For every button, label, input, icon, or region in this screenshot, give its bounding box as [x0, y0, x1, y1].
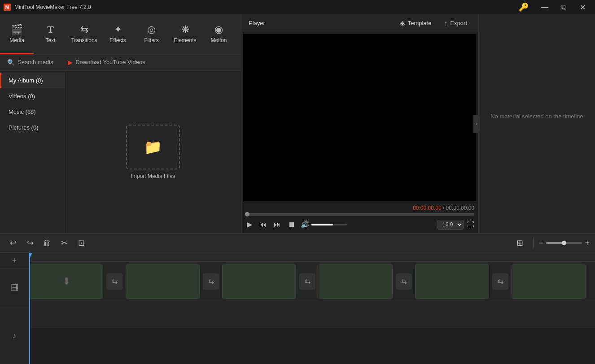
transition-icon-5: ⇆: [492, 273, 508, 290]
transition-icon-3: ⇆: [299, 273, 315, 290]
crop-button[interactable]: ⊡: [74, 235, 89, 251]
timeline-add-button[interactable]: +: [0, 253, 29, 269]
youtube-label: Download YouTube Videos: [75, 59, 145, 65]
zoom-in-button[interactable]: +: [585, 238, 590, 248]
close-button[interactable]: ✕: [573, 0, 591, 14]
toolbar-item-effects[interactable]: ✦ Effects: [101, 14, 135, 54]
transition-4[interactable]: ⇆: [393, 264, 415, 299]
youtube-icon: ▶: [68, 59, 73, 66]
folder-icon: 📁: [144, 139, 162, 156]
undo-button[interactable]: ↩: [5, 235, 21, 251]
key-icon[interactable]: 🔑: [519, 2, 529, 12]
timeline-scroll-area: ⬇ ⇆ ⇆: [29, 253, 595, 364]
sidebar-item-my-album[interactable]: My Album (0): [0, 73, 65, 88]
zoom-out-button[interactable]: −: [539, 238, 544, 248]
timeline-main[interactable]: ⬇ ⇆ ⇆: [29, 253, 595, 364]
separator: [533, 238, 534, 248]
time-separator: /: [442, 205, 446, 211]
title-bar: M MiniTool MovieMaker Free 7.2.0 🔑 — ⧉ ✕: [0, 0, 595, 14]
header-buttons: ◈ Template ↑ Export: [396, 17, 471, 29]
timeline: + 🎞 ♪ ⬇: [0, 253, 595, 364]
stop-button[interactable]: ⏹: [286, 220, 297, 230]
prev-frame-button[interactable]: ⏮: [258, 220, 268, 230]
search-label: Search media: [18, 59, 53, 65]
volume-icon: 🔊: [301, 220, 310, 229]
video-track: ⬇ ⇆ ⇆: [29, 262, 595, 301]
fullscreen-button[interactable]: ⛶: [467, 221, 474, 229]
transition-3[interactable]: ⇆: [296, 264, 319, 299]
music-icon: ♪: [13, 331, 17, 341]
volume-track[interactable]: [311, 224, 347, 225]
timeline-playhead[interactable]: [29, 253, 30, 364]
panel-body: My Album (0) Videos (0) Music (88) Pictu…: [0, 71, 241, 233]
import-media-box[interactable]: 📁: [126, 125, 180, 169]
volume-control[interactable]: 🔊: [301, 220, 347, 229]
motion-label: Motion: [210, 37, 227, 43]
export-button[interactable]: ↑ Export: [440, 17, 471, 29]
player-timeline-bar: 00:00:00.00 / 00:00:00.00 ▶ ⏮ ⏭ ⏹ 🔊: [241, 203, 478, 233]
app-icon: M: [4, 4, 11, 11]
player-controls: ▶ ⏮ ⏭ ⏹ 🔊 16:9 4:3 1:1 9:16: [245, 218, 474, 231]
effects-label: Effects: [109, 37, 126, 43]
transition-2[interactable]: ⇆: [200, 264, 222, 299]
zoom-fill: [546, 242, 564, 244]
aspect-ratio-select[interactable]: 16:9 4:3 1:1 9:16: [438, 220, 464, 230]
progress-dot[interactable]: [245, 212, 249, 217]
clip-download-icon: ⬇: [62, 276, 70, 287]
media-clip-4[interactable]: [319, 264, 393, 299]
progress-bar[interactable]: [245, 213, 474, 216]
media-clip-5[interactable]: [415, 264, 489, 299]
volume-fill: [311, 224, 333, 225]
toolbar-item-text[interactable]: T Text: [34, 14, 67, 54]
text-label: Text: [45, 37, 55, 43]
next-frame-button[interactable]: ⏭: [272, 220, 283, 230]
transition-1[interactable]: ⇆: [103, 264, 126, 299]
media-clip-3[interactable]: [222, 264, 296, 299]
sidebar-item-music[interactable]: Music (88): [0, 104, 65, 120]
delete-button[interactable]: 🗑: [39, 235, 55, 251]
media-clip-2[interactable]: [126, 264, 200, 299]
player-header: Player ◈ Template ↑ Export: [241, 14, 478, 32]
toolbar-item-motion[interactable]: ◉ Motion: [202, 14, 236, 54]
restore-button[interactable]: ⧉: [555, 0, 573, 14]
minimize-button[interactable]: —: [536, 0, 554, 14]
film-icon: 🎞: [10, 284, 18, 293]
timeline-view-button[interactable]: ⊞: [512, 235, 528, 251]
no-material-message: No material selected on the timeline: [479, 104, 595, 129]
top-section: 🎬 Media T Text ⇆ Transitions ✦ Effects ◎: [0, 14, 595, 233]
app-container: 🎬 Media T Text ⇆ Transitions ✦ Effects ◎: [0, 14, 595, 364]
transition-icon-1: ⇆: [106, 273, 122, 290]
toolbar-item-elements[interactable]: ❋ Elements: [168, 14, 202, 54]
media-clip-1[interactable]: ⬇: [29, 264, 103, 299]
play-button[interactable]: ▶: [245, 219, 254, 230]
sidebar-item-videos[interactable]: Videos (0): [0, 88, 65, 104]
elements-label: Elements: [174, 37, 196, 43]
sidebar-item-pictures[interactable]: Pictures (0): [0, 120, 65, 135]
sidebar: My Album (0) Videos (0) Music (88) Pictu…: [0, 71, 65, 233]
window-controls: — ⧉ ✕: [536, 0, 591, 14]
transition-5[interactable]: ⇆: [489, 264, 512, 299]
timeline-ruler: [29, 253, 595, 262]
cut-button[interactable]: ✂: [57, 235, 72, 251]
total-time: 00:00:00.00: [446, 205, 474, 211]
zoom-slider[interactable]: [546, 242, 582, 244]
toolbar-item-media[interactable]: 🎬 Media: [0, 14, 34, 54]
media-icon: 🎬: [11, 24, 23, 35]
motion-icon: ◉: [214, 24, 223, 35]
filters-label: Filters: [144, 37, 159, 43]
subnav-youtube[interactable]: ▶ Download YouTube Videos: [61, 55, 152, 70]
toolbar-item-transitions[interactable]: ⇆ Transitions: [67, 14, 101, 54]
subnav-search[interactable]: 🔍 Search media: [0, 55, 61, 70]
template-button[interactable]: ◈ Template: [396, 17, 435, 29]
transition-icon-4: ⇆: [396, 273, 412, 290]
media-clip-6[interactable]: [512, 264, 586, 299]
audio-track: [29, 301, 595, 328]
template-icon: ◈: [400, 19, 405, 27]
redo-button[interactable]: ↪: [22, 235, 38, 251]
panel-toggle[interactable]: ›: [473, 115, 480, 133]
timeline-sidebar: + 🎞 ♪: [0, 253, 29, 364]
toolbar: 🎬 Media T Text ⇆ Transitions ✦ Effects ◎: [0, 14, 241, 55]
elements-icon: ❋: [181, 24, 189, 35]
export-icon: ↑: [444, 19, 447, 27]
toolbar-item-filters[interactable]: ◎ Filters: [135, 14, 168, 54]
